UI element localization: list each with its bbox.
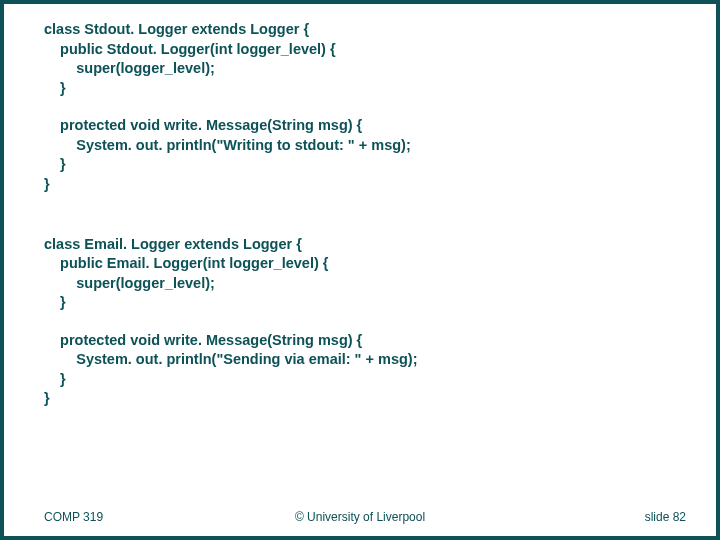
code-line: super(logger_level); (44, 59, 716, 79)
code-line: protected void write. Message(String msg… (44, 116, 716, 136)
slide-number: slide 82 (645, 510, 686, 524)
code-line: super(logger_level); (44, 274, 716, 294)
copyright-text: © University of Liverpool (4, 510, 716, 524)
code-line: public Email. Logger(int logger_level) { (44, 254, 716, 274)
code-line: System. out. println("Sending via email:… (44, 350, 716, 370)
code-line: System. out. println("Writing to stdout:… (44, 136, 716, 156)
code-line: } (44, 370, 716, 390)
code-line: } (44, 389, 716, 409)
code-line: class Stdout. Logger extends Logger { (44, 20, 716, 40)
code-line: } (44, 293, 716, 313)
course-code: COMP 319 (44, 510, 103, 524)
code-line: class Email. Logger extends Logger { (44, 235, 716, 255)
code-line: public Stdout. Logger(int logger_level) … (44, 40, 716, 60)
code-block: class Stdout. Logger extends Logger { pu… (4, 4, 716, 409)
slide-footer: COMP 319 © University of Liverpool slide… (4, 510, 716, 524)
code-line: protected void write. Message(String msg… (44, 331, 716, 351)
code-line: } (44, 79, 716, 99)
code-line: } (44, 155, 716, 175)
code-line: } (44, 175, 716, 195)
